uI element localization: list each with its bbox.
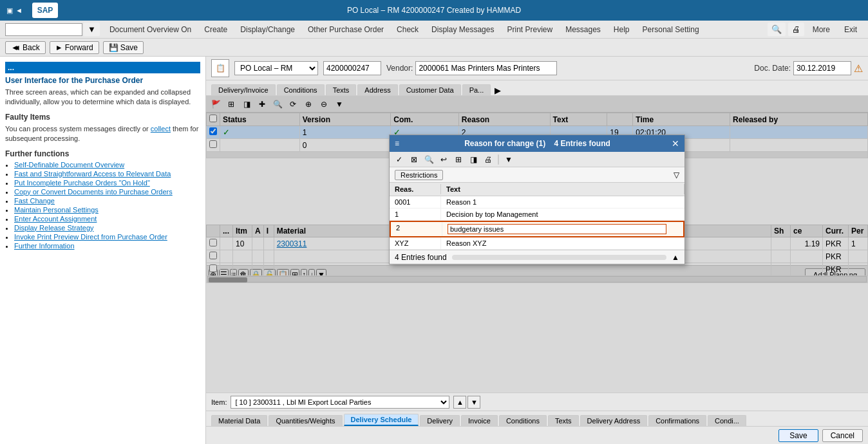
modal-undo-btn[interactable]: ↩: [437, 153, 451, 166]
menu-print-preview[interactable]: Print Preview: [501, 23, 558, 37]
link-release-strategy[interactable]: Display Release Strategy: [14, 224, 94, 232]
link-further-info[interactable]: Further Information: [14, 242, 75, 250]
menu-personal-setting[interactable]: Personal Setting: [637, 23, 705, 37]
modal-title: Reason for change (1) 4 Entries found: [464, 139, 610, 148]
cancel-button[interactable]: Cancel: [822, 429, 863, 442]
tab-delivery-schedule[interactable]: Delivery Schedule: [344, 414, 419, 426]
collect-link[interactable]: collect: [151, 125, 171, 133]
link-fast-access[interactable]: Fast and Straightforward Access to Relev…: [14, 170, 171, 178]
tab-customer-data[interactable]: Customer Data: [399, 84, 461, 95]
system-info: ▣ ◄: [6, 6, 23, 15]
modal-row-0001[interactable]: 0001 Reason 1: [390, 196, 684, 208]
modal-close-button[interactable]: ✕: [672, 138, 679, 149]
modal-row-xyz[interactable]: XYZ Reason XYZ: [390, 237, 684, 250]
tab-quantities[interactable]: Quantities/Weights: [269, 415, 342, 426]
link-fast-change[interactable]: Fast Change: [14, 197, 55, 205]
link-copy-convert[interactable]: Copy or Convert Documents into Purchase …: [14, 188, 173, 196]
modal-text-2: [442, 222, 683, 236]
tab-condi[interactable]: Condi...: [708, 415, 746, 426]
action-bar: ◄ ◄ Back ► Forward 💾 Save: [0, 39, 868, 57]
vendor-label: Vendor:: [386, 64, 413, 73]
forward-icon: ►: [55, 43, 63, 52]
po-number-input[interactable]: [323, 61, 381, 75]
header-tab-bar: Delivery/Invoice Conditions Texts Addres…: [206, 80, 868, 96]
tab-conditions[interactable]: Conditions: [277, 84, 325, 95]
modal-extra-btn[interactable]: ▼: [502, 153, 516, 166]
restrictions-button[interactable]: Restrictions: [395, 170, 443, 180]
link-personal-settings[interactable]: Maintain Personal Settings: [14, 206, 99, 214]
sidebar-title: User Interface for the Purchase Order: [5, 76, 200, 85]
modal-row-2[interactable]: 2: [390, 221, 684, 237]
menu-check[interactable]: Check: [391, 23, 424, 37]
tab-address[interactable]: Address: [357, 84, 397, 95]
save-cancel-bar: Save Cancel: [206, 426, 868, 444]
link-on-hold[interactable]: Put Incomplete Purchase Orders "On Hold": [14, 179, 150, 187]
modal-overlay: ≡ Reason for change (1) 4 Entries found …: [206, 96, 868, 393]
sidebar-links: Self-Definable Document Overview Fast an…: [5, 161, 200, 250]
save-button[interactable]: Save: [778, 429, 818, 442]
menu-create[interactable]: Create: [198, 23, 233, 37]
item-up-arrow[interactable]: ▲: [453, 396, 466, 409]
menu-display-messages[interactable]: Display Messages: [426, 23, 500, 37]
table-area: 🚩 ⊞ ◨ ✚ 🔍 ⟳ ⊕ ⊖ ▼ Status Version Com.: [206, 96, 868, 393]
tab-material-data[interactable]: Material Data: [211, 415, 267, 426]
menu-doc-overview[interactable]: Document Overview On: [104, 23, 197, 37]
item-down-arrow[interactable]: ▼: [467, 396, 480, 409]
item-select[interactable]: [ 10 ] 2300311 , Lbl MI Export Local Par…: [231, 396, 449, 409]
transaction-dropdown[interactable]: ▼: [84, 23, 100, 36]
bottom-tab-bar: Material Data Quantities/Weights Deliver…: [206, 411, 868, 426]
modal-reason-1: 1: [390, 208, 441, 220]
faulty-desc: You can process system messages directly…: [5, 124, 200, 144]
tab-texts[interactable]: Texts: [326, 84, 357, 95]
system-icon[interactable]: ▣: [6, 6, 13, 15]
po-type-select[interactable]: PO Local – RM: [234, 61, 318, 75]
tab-delivery[interactable]: Delivery: [420, 415, 460, 426]
tab-conditions-bottom[interactable]: Conditions: [499, 415, 547, 426]
link-account-assignment[interactable]: Enter Account Assignment: [14, 215, 97, 223]
link-invoke-print[interactable]: Invoke Print Preview Direct from Purchas…: [14, 233, 167, 241]
modal-print-btn[interactable]: 🖨: [481, 153, 495, 166]
filter-triangle-icon[interactable]: ▽: [674, 171, 679, 180]
modal-footer-count: 4 Entries found: [395, 253, 447, 262]
tab-texts-bottom[interactable]: Texts: [548, 415, 579, 426]
save-top-button[interactable]: 💾 Save: [103, 41, 144, 54]
modal-table-header: Reas. Text: [390, 183, 684, 196]
tab-invoice[interactable]: Invoice: [461, 415, 498, 426]
link-self-definable[interactable]: Self-Definable Document Overview: [14, 161, 124, 169]
po-type-icon: 📋: [211, 59, 229, 77]
menu-messages[interactable]: Messages: [560, 23, 607, 37]
warning-icon[interactable]: ⚠: [854, 62, 863, 75]
menu-display-change[interactable]: Display/Change: [234, 23, 301, 37]
menu-more[interactable]: More: [807, 23, 836, 37]
modal-grid-btn[interactable]: ⊞: [451, 153, 466, 166]
doc-date-input[interactable]: [793, 61, 851, 75]
menu-help[interactable]: Help: [608, 23, 636, 37]
modal-text-0001: Reason 1: [441, 196, 684, 208]
back-button[interactable]: ◄ ◄ Back: [5, 41, 46, 54]
modal-row-1[interactable]: 1 Decision by top Management: [390, 208, 684, 221]
modal-toolbar: ✓ ⊠ 🔍 ↩ ⊞ ◨ 🖨 ▼: [390, 152, 684, 167]
modal-hamburger[interactable]: ≡: [395, 139, 399, 148]
item-label: Item:: [211, 398, 227, 406]
menu-exit[interactable]: Exit: [838, 23, 863, 37]
tab-delivery-address[interactable]: Delivery Address: [580, 415, 648, 426]
forward-button[interactable]: ► Forward: [50, 41, 99, 54]
tab-pa[interactable]: Pa...: [462, 84, 491, 95]
modal-reason-2: 2: [391, 222, 442, 236]
modal-table-body: 0001 Reason 1 1 Decision by top Manageme…: [390, 196, 684, 250]
modal-cancel-btn[interactable]: ⊠: [407, 153, 421, 166]
modal-split-btn[interactable]: ◨: [466, 153, 480, 166]
print-button[interactable]: 🖨: [788, 23, 804, 36]
modal-scrollbar[interactable]: [452, 255, 666, 260]
menu-other-po[interactable]: Other Purchase Order: [302, 23, 390, 37]
modal-search-btn[interactable]: 🔍: [422, 153, 436, 166]
tab-more-arrow[interactable]: ▶: [495, 86, 501, 95]
modal-check-btn[interactable]: ✓: [392, 153, 406, 166]
vendor-input[interactable]: [415, 61, 557, 75]
tab-confirmations[interactable]: Confirmations: [648, 415, 706, 426]
search-button[interactable]: 🔍: [768, 23, 786, 36]
modal-text-input-2[interactable]: [448, 224, 666, 234]
transaction-input[interactable]: [5, 23, 82, 36]
tab-delivery-invoice[interactable]: Delivery/Invoice: [211, 84, 276, 95]
back-nav-icon[interactable]: ◄: [15, 6, 23, 14]
